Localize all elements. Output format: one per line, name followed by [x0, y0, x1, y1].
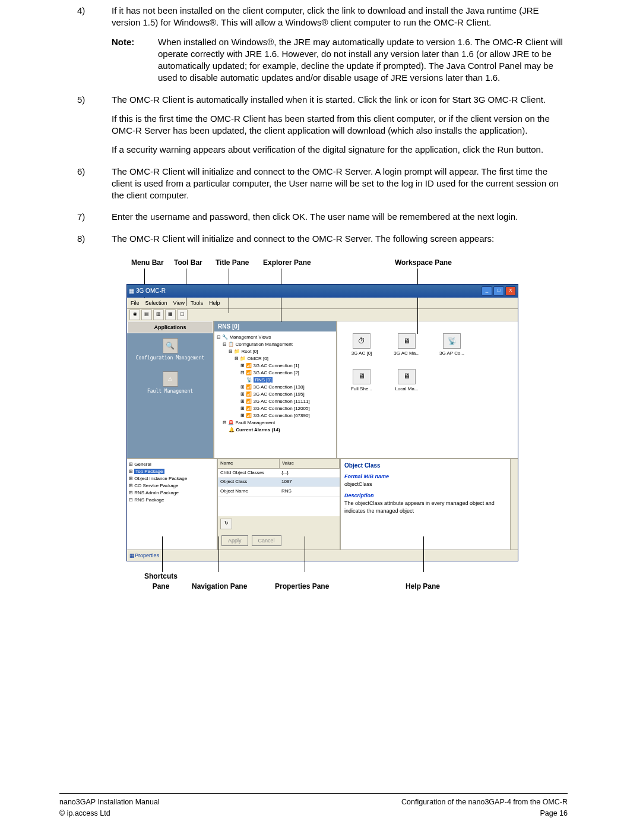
- footer-copyright: © ip.access Ltd: [59, 809, 110, 819]
- toolbar-button[interactable]: ▤: [141, 310, 152, 320]
- fault-icon: ⚠: [163, 371, 178, 387]
- navigation-pane[interactable]: ⊞ General ⊞ Top Package ⊞ Object Instanc…: [127, 459, 217, 550]
- callout-shortcuts-pane: Shortcuts Pane: [144, 571, 178, 590]
- shortcuts-pane: Applications 🔍 Configuration Management …: [127, 321, 213, 458]
- props-header-name: Name: [218, 459, 280, 468]
- help-subtitle: Formal MIB name: [344, 473, 514, 481]
- tree[interactable]: ⊟ 🔧 Management Views ⊟ 📋 Configuration M…: [214, 331, 336, 436]
- workspace-item[interactable]: ⏱3G AC [0]: [343, 333, 380, 357]
- help-title: Object Class: [344, 462, 514, 469]
- footer-manual-title: nano3GAP Installation Manual: [59, 797, 160, 807]
- toolbar-button[interactable]: ▦: [165, 310, 176, 320]
- properties-pane: Name Value Child Object Classes{...} Obj…: [217, 459, 340, 550]
- props-header-value: Value: [280, 459, 340, 468]
- footer-section-title: Configuration of the nano3GAP-4 from the…: [401, 797, 568, 807]
- apply-button[interactable]: Apply: [221, 535, 248, 546]
- close-button[interactable]: X: [505, 286, 516, 296]
- workspace-item[interactable]: 🖥Local Ma...: [388, 369, 425, 393]
- reset-icon[interactable]: ↻: [220, 519, 232, 529]
- callout-menu-bar: Menu Bar: [131, 258, 164, 267]
- cancel-button[interactable]: Cancel: [252, 535, 281, 546]
- explorer-pane: RNS [0] ⊟ 🔧 Management Views ⊟ 📋 Configu…: [213, 321, 336, 458]
- toolbar-button[interactable]: ◉: [129, 310, 140, 320]
- step-text: The OMC-R Client will initialize and con…: [112, 233, 568, 245]
- menu-help[interactable]: Help: [209, 299, 220, 307]
- step-number: 7): [77, 211, 112, 230]
- workspace-item[interactable]: 🖥Full She...: [343, 369, 380, 393]
- callout-title-pane: Title Pane: [216, 258, 249, 267]
- step-text: The OMC-R Client is automatically instal…: [112, 94, 568, 106]
- workspace-pane: ⏱3G AC [0] 🖥3G AC Ma... 📡3G AP Co... 🖥Fu…: [336, 321, 518, 458]
- step-number: 8): [77, 233, 112, 252]
- note-text: When installed on Windows®, the JRE may …: [158, 36, 568, 84]
- props-row-selected[interactable]: Object Class1087: [218, 478, 340, 487]
- page-footer: nano3GAP Installation Manual Configurati…: [59, 793, 568, 819]
- titlebar: ▦ 3G OMC-R _ □ X: [127, 285, 518, 298]
- app-window: ▦ 3G OMC-R _ □ X File Selection View Too…: [126, 284, 518, 561]
- config-icon: 🔍: [163, 338, 178, 353]
- app-icon: ▦: [129, 287, 134, 295]
- note-label: Note:: [112, 36, 158, 84]
- callout-navigation-pane: Navigation Pane: [192, 582, 247, 591]
- callout-help-pane: Help Pane: [406, 582, 440, 591]
- shortcut-fault-mgmt[interactable]: ⚠ Fault Management: [127, 367, 213, 400]
- step-number: 6): [77, 166, 112, 209]
- step-text: If it has not been installed on the clie…: [112, 5, 568, 29]
- step-text: If this is the first time the OMC-R Clie…: [112, 113, 568, 137]
- step-6: 6) The OMC-R Client will initialize and …: [77, 166, 568, 209]
- shortcuts-header: Applications: [127, 321, 213, 333]
- workspace-item[interactable]: 🖥3G AC Ma...: [388, 333, 425, 357]
- help-subtitle: Description: [344, 492, 514, 500]
- toolbar-button[interactable]: ▥: [153, 310, 164, 320]
- step-number: 4): [77, 5, 112, 91]
- tool-bar: ◉ ▤ ▥ ▦ ▢: [127, 309, 518, 321]
- step-7: 7) Enter the username and password, then…: [77, 211, 568, 230]
- step-number: 5): [77, 94, 112, 163]
- window-title: 3G OMC-R: [134, 287, 482, 295]
- step-8: 8) The OMC-R Client will initialize and …: [77, 233, 568, 252]
- step-text: Enter the username and password, then cl…: [112, 211, 568, 223]
- menu-file[interactable]: File: [131, 299, 140, 307]
- shortcut-config-mgmt[interactable]: 🔍 Configuration Management: [127, 333, 213, 367]
- menu-selection[interactable]: Selection: [145, 299, 167, 307]
- step-4: 4) If it has not been installed on the c…: [77, 5, 568, 91]
- step-text: If a security warning appears about veri…: [112, 144, 568, 156]
- help-pane: Object Class Formal MIB name objectClass…: [340, 459, 518, 550]
- step-5: 5) The OMC-R Client is automatically ins…: [77, 94, 568, 163]
- menu-view[interactable]: View: [173, 299, 185, 307]
- callout-explorer-pane: Explorer Pane: [263, 258, 311, 267]
- toolbar-button[interactable]: ▢: [177, 310, 188, 320]
- tree-selected[interactable]: RNS [0]: [254, 377, 273, 383]
- workspace-item[interactable]: 📡3G AP Co...: [433, 333, 470, 357]
- minimize-button[interactable]: _: [482, 286, 492, 296]
- status-bar: ▦ Properties: [127, 550, 518, 561]
- explorer-title: RNS [0]: [214, 321, 336, 332]
- app-screenshot: Menu Bar Tool Bar Title Pane Explorer Pa…: [126, 258, 518, 591]
- step-text: The OMC-R Client will initialize and con…: [112, 166, 568, 202]
- callout-properties-pane: Properties Pane: [275, 582, 329, 591]
- callout-tool-bar: Tool Bar: [174, 258, 202, 267]
- menu-tools[interactable]: Tools: [191, 299, 203, 307]
- callout-workspace-pane: Workspace Pane: [395, 258, 452, 267]
- footer-page-number: Page 16: [540, 809, 568, 819]
- maximize-button[interactable]: □: [493, 286, 504, 296]
- scrollbar[interactable]: [510, 459, 518, 550]
